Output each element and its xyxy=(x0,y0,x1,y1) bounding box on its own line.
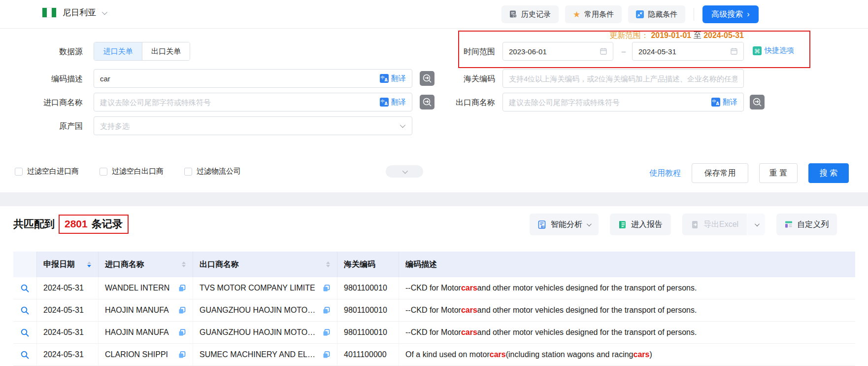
table-row: 2024-05-31WANDEL INTERNTVS MOTOR COMPANY… xyxy=(13,277,855,299)
fuzzy-match-toggle[interactable] xyxy=(420,71,434,86)
row-search-icon xyxy=(20,328,30,337)
importer-input[interactable] xyxy=(94,93,380,111)
copy-button[interactable] xyxy=(323,307,330,314)
row-search-icon xyxy=(20,306,30,315)
translate-icon: 中A xyxy=(711,98,720,107)
translate-icon: 中A xyxy=(380,98,389,107)
copy-button[interactable] xyxy=(178,307,186,314)
date-to-input[interactable] xyxy=(633,42,730,60)
sort-icons[interactable] xyxy=(326,261,330,267)
results-section: 共匹配到 2801 条记录 BI 智能分析 进入报告 导出Excel 自定义列 xyxy=(0,206,868,366)
code-desc-field: 中A 翻译 xyxy=(94,69,412,88)
calendar-icon xyxy=(730,47,738,55)
copy-button[interactable] xyxy=(178,351,186,359)
origin-country-label: 原产国 xyxy=(24,121,83,132)
filter-logistics: 过滤物流公司 xyxy=(184,167,241,176)
results-toolbar: BI 智能分析 进入报告 导出Excel 自定义列 xyxy=(530,214,837,235)
header-code-desc: 编码描述 xyxy=(399,252,855,277)
country-name: 尼日利亚 xyxy=(63,7,96,18)
chevron-down-icon xyxy=(587,221,592,226)
results-summary: 共匹配到 2801 条记录 xyxy=(13,213,129,235)
header-exporter[interactable]: 出口商名称 xyxy=(193,252,337,277)
top-bar: 尼日利亚 历史记录 ★ 常用条件 隐藏条件 高级搜索› xyxy=(0,0,868,29)
circle-arrow-icon xyxy=(422,97,433,108)
header-importer[interactable]: 进口商名称 xyxy=(99,252,193,277)
cell-importer: HAOJIN MANUFA xyxy=(99,299,193,321)
export-excel-button[interactable]: 导出Excel xyxy=(682,214,747,235)
copy-button[interactable] xyxy=(178,285,186,292)
date-range-separator: – xyxy=(616,46,632,56)
search-button[interactable]: 搜 索 xyxy=(808,163,849,183)
smart-analysis-button[interactable]: BI 智能分析 xyxy=(530,214,599,235)
history-icon xyxy=(509,10,517,18)
cell-importer: CLARION SHIPPI xyxy=(99,344,193,366)
translate-button[interactable]: 中A 翻译 xyxy=(380,98,412,107)
code-desc-input[interactable] xyxy=(94,70,380,87)
origin-country-select[interactable] xyxy=(94,116,412,135)
advanced-search-button[interactable]: 高级搜索› xyxy=(702,5,758,23)
fuzzy-match-toggle[interactable] xyxy=(750,95,765,110)
row-detail-button[interactable] xyxy=(13,322,37,343)
circle-arrow-icon xyxy=(422,73,433,84)
quick-options-link[interactable]: ⌘ 快捷选项 xyxy=(753,46,794,55)
reset-button[interactable]: 重 置 xyxy=(759,163,798,183)
date-to-field xyxy=(632,42,744,61)
cell-declare-date: 2024-05-31 xyxy=(37,344,99,366)
checkbox-blank-importer[interactable] xyxy=(15,168,23,176)
sort-icons[interactable] xyxy=(87,261,91,267)
copy-button[interactable] xyxy=(323,329,330,336)
update-range-from: 2019-01-01 xyxy=(651,31,691,39)
country-picker[interactable]: 尼日利亚 xyxy=(42,7,106,18)
copy-icon xyxy=(323,351,330,359)
form-actions: 使用教程 保存常用 重 置 搜 索 xyxy=(649,163,849,183)
time-range-label: 时间范围 xyxy=(424,47,495,57)
sort-icons[interactable] xyxy=(182,261,186,267)
hide-conditions-button[interactable]: 隐藏条件 xyxy=(628,5,685,23)
enter-report-button[interactable]: 进入报告 xyxy=(610,214,671,235)
checkbox-logistics[interactable] xyxy=(184,168,192,176)
copy-button[interactable] xyxy=(178,329,186,336)
tutorial-link[interactable]: 使用教程 xyxy=(649,168,681,179)
hs-code-input[interactable] xyxy=(503,70,743,87)
export-excel-icon xyxy=(691,220,699,229)
row-detail-button[interactable] xyxy=(13,344,37,366)
tab-import-declarations[interactable]: 进口关单 xyxy=(94,42,142,60)
header-select-column xyxy=(13,252,37,277)
custom-columns-button[interactable]: 自定义列 xyxy=(776,214,837,235)
tab-export-declarations[interactable]: 出口关单 xyxy=(142,42,190,60)
history-button[interactable]: 历史记录 xyxy=(501,5,559,23)
save-favorite-button[interactable]: 保存常用 xyxy=(692,163,748,183)
copy-button[interactable] xyxy=(323,351,330,359)
svg-text:A: A xyxy=(384,78,388,82)
exporter-input[interactable] xyxy=(503,93,711,111)
collapse-form-button[interactable] xyxy=(386,165,423,178)
filter-blank-importer: 过滤空白进口商 xyxy=(15,167,79,176)
update-range: 更新范围： 2019-01-01 至 2024-05-31 xyxy=(458,31,744,41)
chevron-down-icon xyxy=(102,9,107,14)
date-from-input[interactable] xyxy=(503,42,600,60)
export-excel-group: 导出Excel xyxy=(682,214,765,235)
svg-text:⌘: ⌘ xyxy=(754,47,760,54)
checkbox-blank-exporter[interactable] xyxy=(100,168,107,176)
origin-country-input[interactable] xyxy=(94,117,400,135)
cell-declare-date: 2024-05-31 xyxy=(37,277,99,299)
copy-button[interactable] xyxy=(323,285,330,292)
importer-label: 进口商名称 xyxy=(24,98,83,108)
copy-icon xyxy=(178,307,186,314)
cell-code-desc: --CKD for Motor cars and other motor veh… xyxy=(399,277,855,299)
favorites-button[interactable]: ★ 常用条件 xyxy=(565,5,622,23)
update-range-label: 更新范围： xyxy=(609,31,649,39)
fuzzy-match-toggle[interactable] xyxy=(420,95,434,110)
cell-hs-code: 4011100000 xyxy=(337,344,399,366)
export-excel-more-button[interactable] xyxy=(747,214,765,235)
copy-icon xyxy=(323,285,330,292)
header-declare-date[interactable]: 申报日期 xyxy=(37,252,99,277)
translate-button[interactable]: 中A 翻译 xyxy=(380,74,412,83)
row-detail-button[interactable] xyxy=(13,299,37,321)
row-detail-button[interactable] xyxy=(13,277,37,299)
code-desc-label: 编码描述 xyxy=(24,74,83,84)
translate-button[interactable]: 中A 翻译 xyxy=(711,98,743,107)
cell-importer: WANDEL INTERN xyxy=(99,277,193,299)
cell-hs-code: 9801100010 xyxy=(337,277,399,299)
translate-icon: 中A xyxy=(380,74,389,83)
